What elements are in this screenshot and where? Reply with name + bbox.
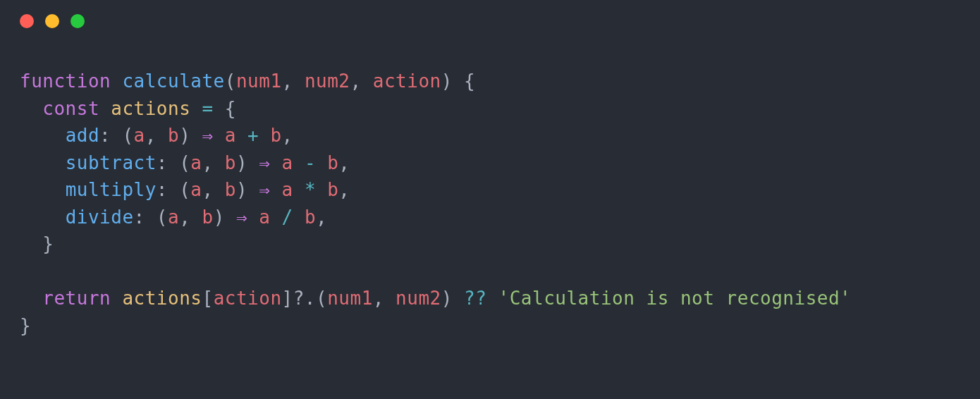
paren-close: ) bbox=[441, 70, 453, 92]
op-multiply: * bbox=[293, 179, 327, 200]
var-actions: actions bbox=[122, 288, 202, 309]
minimize-icon[interactable] bbox=[45, 14, 59, 28]
comma: , bbox=[338, 179, 350, 200]
paren-close: ) bbox=[214, 207, 236, 228]
arrow: ⇒ bbox=[259, 152, 270, 173]
comma: , bbox=[338, 152, 350, 173]
colon-paren: : ( bbox=[157, 152, 190, 173]
var-actions: actions bbox=[111, 98, 190, 119]
space bbox=[486, 288, 498, 309]
param-a: a bbox=[190, 152, 202, 173]
comma: , bbox=[316, 207, 327, 228]
keyword-function: function bbox=[20, 70, 111, 92]
equals: = bbox=[190, 98, 224, 119]
space bbox=[270, 179, 281, 200]
colon-paren: : ( bbox=[157, 179, 190, 200]
indent bbox=[20, 179, 66, 200]
code-block: function calculate(num1, num2, action) {… bbox=[0, 28, 980, 339]
keyword-return: return bbox=[42, 288, 111, 309]
param-action: action bbox=[373, 70, 441, 92]
param-a: a bbox=[168, 207, 179, 228]
prop-divide: divide bbox=[66, 207, 134, 228]
comma: , bbox=[282, 125, 293, 146]
param-b: b bbox=[202, 207, 213, 228]
prop-subtract: subtract bbox=[66, 152, 157, 173]
var-a: a bbox=[282, 179, 293, 200]
paren-close: ) bbox=[179, 125, 202, 146]
indent bbox=[20, 233, 42, 254]
arrow: ⇒ bbox=[259, 179, 270, 200]
param-num1: num1 bbox=[236, 70, 282, 92]
optional-chain: ?. bbox=[293, 288, 316, 309]
param-a: a bbox=[190, 179, 202, 200]
titlebar bbox=[0, 0, 980, 28]
paren-close: ) bbox=[236, 179, 259, 200]
code-window: function calculate(num1, num2, action) {… bbox=[0, 0, 980, 399]
comma: , bbox=[350, 70, 373, 92]
comma: , bbox=[179, 207, 202, 228]
indent bbox=[20, 98, 42, 119]
param-num2: num2 bbox=[305, 70, 350, 92]
var-a: a bbox=[282, 152, 293, 173]
paren-close: ) bbox=[441, 288, 464, 309]
op-divide: / bbox=[270, 207, 304, 228]
comma: , bbox=[202, 179, 224, 200]
var-b: b bbox=[327, 152, 338, 173]
op-minus: - bbox=[293, 152, 327, 173]
colon-paren: : ( bbox=[99, 125, 133, 146]
var-a: a bbox=[259, 207, 270, 228]
op-plus: + bbox=[236, 125, 270, 146]
comma: , bbox=[145, 125, 168, 146]
indent bbox=[20, 152, 66, 173]
indent bbox=[20, 207, 66, 228]
comma: , bbox=[282, 70, 305, 92]
colon-paren: : ( bbox=[134, 207, 168, 228]
param-a: a bbox=[134, 125, 145, 146]
brace-close: } bbox=[42, 233, 54, 254]
var-a: a bbox=[225, 125, 236, 146]
brace-close: } bbox=[20, 315, 31, 336]
space bbox=[214, 125, 225, 146]
space bbox=[270, 152, 281, 173]
indent bbox=[20, 288, 42, 309]
maximize-icon[interactable] bbox=[71, 14, 85, 28]
nullish-coalesce: ?? bbox=[464, 288, 486, 309]
indent bbox=[20, 125, 66, 146]
keyword-const: const bbox=[42, 98, 99, 119]
bracket-open: [ bbox=[202, 288, 213, 309]
brace-open: { bbox=[453, 70, 475, 92]
param-action: action bbox=[214, 288, 282, 309]
brace-open: { bbox=[225, 98, 236, 119]
space bbox=[111, 288, 122, 309]
param-b: b bbox=[168, 125, 179, 146]
arrow: ⇒ bbox=[202, 125, 214, 146]
comma: , bbox=[373, 288, 396, 309]
param-b: b bbox=[225, 152, 236, 173]
space bbox=[247, 207, 259, 228]
paren-open: ( bbox=[316, 288, 327, 309]
bracket-close: ] bbox=[282, 288, 293, 309]
var-b: b bbox=[270, 125, 281, 146]
string-literal: 'Calculation is not recognised' bbox=[498, 288, 852, 309]
close-icon[interactable] bbox=[20, 14, 34, 28]
prop-add: add bbox=[66, 125, 99, 146]
var-b: b bbox=[327, 179, 338, 200]
comma: , bbox=[202, 152, 224, 173]
paren-open: ( bbox=[225, 70, 236, 92]
param-num2: num2 bbox=[396, 288, 441, 309]
space bbox=[99, 98, 111, 119]
arrow: ⇒ bbox=[236, 207, 247, 228]
param-b: b bbox=[225, 179, 236, 200]
prop-multiply: multiply bbox=[66, 179, 157, 200]
function-name: calculate bbox=[122, 70, 224, 92]
var-b: b bbox=[305, 207, 316, 228]
paren-close: ) bbox=[236, 152, 259, 173]
param-num1: num1 bbox=[327, 288, 373, 309]
